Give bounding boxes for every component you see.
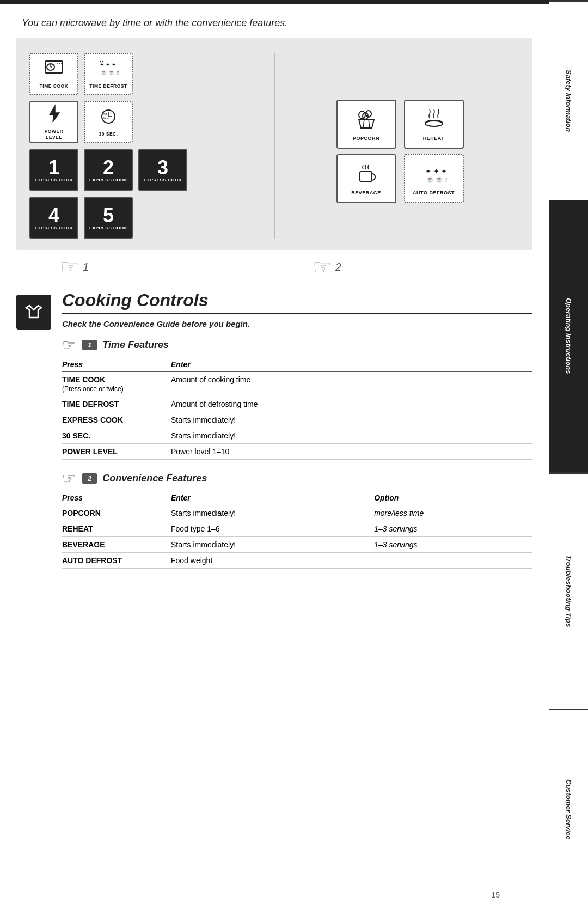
express-5-label: EXPRESS COOK [89,225,127,230]
table-row: REHEATFood type 1–61–3 servings [62,521,532,537]
express-cook-2-button[interactable]: 2 EXPRESS COOK [84,149,133,191]
popcorn-label: POPCORN [353,136,379,141]
intro-text: You can microwave by time or with the co… [22,17,527,29]
btn-row-1: TIME COOK ✦ ✦ ✦ ☕ ☕ ☕ TIME DEFROST [29,53,268,95]
sidebar-operating: Operating Instructions [549,200,588,472]
express-1-label: EXPRESS COOK [35,178,73,182]
time-defrost-button[interactable]: ✦ ✦ ✦ ☕ ☕ ☕ TIME DEFROST [84,53,133,95]
right-btn-row-2: BEVERAGE ✦ ✦ ✦ ☕ ☕ ☕ AUTO DEFROST [336,154,464,203]
time-cook-button[interactable]: TIME COOK [29,53,78,95]
svg-line-21 [369,119,370,128]
control-panel: TIME COOK ✦ ✦ ✦ ☕ ☕ ☕ TIME DEFROST [16,38,532,250]
tf-press-cell: EXPRESS COOK [62,412,171,428]
cooking-controls-section: Cooking Controls Check the Convenience G… [16,290,532,569]
convenience-features-header: ☞ 2 Convenience Features [62,469,532,487]
svg-point-9 [100,61,101,62]
sidebar: Safety Information Operating Instruction… [549,0,588,909]
btn-row-3: 1 EXPRESS COOK 2 EXPRESS COOK 3 EXPRESS … [29,149,268,191]
time-features-header: ☞ 1 Time Features [62,336,532,354]
tf-enter-cell: Amount of defrosting time [171,396,532,412]
panel-divider [274,53,275,239]
svg-line-20 [363,119,364,128]
cf-col-option: Option [374,491,532,505]
page-number: 15 [491,890,500,899]
tf-enter-cell: Starts immediately! [171,412,532,428]
tf-col-press: Press [62,357,171,372]
btn-row-4: 4 EXPRESS COOK 5 EXPRESS COOK [29,197,268,239]
express-cook-5-button[interactable]: 5 EXPRESS COOK [84,197,133,239]
cooking-icon [16,295,51,330]
express-cook-1-button[interactable]: 1 EXPRESS COOK [29,149,78,191]
convenience-features-num: 2 [82,473,97,484]
left-panel: TIME COOK ✦ ✦ ✦ ☕ ☕ ☕ TIME DEFROST [29,53,268,239]
table-row: TIME DEFROSTAmount of defrosting time [62,396,532,412]
svg-point-5 [59,63,60,64]
sec30-label: 30 SEC. [99,131,118,137]
tf-enter-cell: Amount of cooking time [171,372,532,396]
sidebar-customer: Customer Service [549,710,588,909]
table-row: EXPRESS COOKStarts immediately! [62,412,532,428]
svg-point-4 [57,63,58,64]
express-2-num: 2 [103,158,114,178]
finger-indicators: ☞ 1 ☞ 2 [16,254,532,279]
express-3-num: 3 [157,158,168,178]
cf-option-cell [374,553,532,569]
cf-enter-cell: Food type 1–6 [171,521,374,537]
finger-1-label: 1 [83,261,89,273]
table-row: TIME COOK(Press once or twice)Amount of … [62,372,532,396]
right-panel: POPCORN REHEAT [280,53,519,239]
table-row: BEVERAGEStarts immediately!1–3 servings [62,537,532,553]
cf-col-enter: Enter [171,491,374,505]
btn-row-2: POWERLEVEL 30 SEC. 30 SEC. [29,101,268,143]
popcorn-button[interactable]: POPCORN [336,100,396,149]
top-bar [0,0,549,4]
convenience-features-title: Convenience Features [102,473,207,484]
cf-press-cell: POPCORN [62,505,171,521]
time-defrost-icon: ✦ ✦ ✦ ☕ ☕ ☕ [97,59,119,82]
express-4-num: 4 [48,206,59,225]
sec30-button[interactable]: 30 SEC. 30 SEC. [84,101,133,143]
finger-1: ☞ 1 [16,254,280,279]
popcorn-icon [353,107,379,133]
cf-press-cell: REHEAT [62,521,171,537]
table-row: POPCORNStarts immediately!more/less time [62,505,532,521]
express-cook-3-button[interactable]: 3 EXPRESS COOK [138,149,187,191]
sec30-icon: 30 SEC. [97,107,119,130]
table-row: 30 SEC.Starts immediately! [62,428,532,444]
beverage-button[interactable]: BEVERAGE [336,154,396,203]
sidebar-safety: Safety Information [549,0,588,200]
reheat-button[interactable]: REHEAT [404,100,464,149]
beverage-label: BEVERAGE [351,190,381,196]
auto-defrost-button[interactable]: ✦ ✦ ✦ ☕ ☕ ☕ AUTO DEFROST [404,154,464,203]
time-features-title: Time Features [102,339,169,351]
express-cook-4-button[interactable]: 4 EXPRESS COOK [29,197,78,239]
svg-text:✦ ✦ ✦: ✦ ✦ ✦ [100,62,116,68]
cf-press-cell: BEVERAGE [62,537,171,553]
main-content: You can microwave by time or with the co… [0,0,549,909]
time-features-num: 1 [82,340,97,350]
time-defrost-label: TIME DEFROST [89,83,127,89]
auto-defrost-label: AUTO DEFROST [413,190,455,196]
cf-enter-cell: Starts immediately! [171,537,374,553]
cf-enter-cell: Food weight [171,553,374,569]
reheat-label: REHEAT [423,136,444,141]
svg-rect-23 [360,172,372,181]
svg-point-6 [61,63,62,64]
cf-option-cell: more/less time [374,505,532,521]
cooking-title-block: Cooking Controls Check the Convenience G… [62,290,532,569]
time-cook-label: TIME COOK [40,83,69,89]
svg-text:✦ ✦ ✦: ✦ ✦ ✦ [425,167,447,175]
svg-text:SEC.: SEC. [103,116,109,119]
svg-text:☕ ☕ ☕: ☕ ☕ ☕ [426,175,447,183]
tf-press-cell: 30 SEC. [62,428,171,444]
express-3-label: EXPRESS COOK [144,178,182,182]
cf-option-cell: 1–3 servings [374,521,532,537]
cf-enter-cell: Starts immediately! [171,505,374,521]
beverage-icon [353,162,379,188]
tf-press-cell: POWER LEVEL [62,444,171,460]
svg-point-17 [359,111,365,119]
finger-2-label: 2 [335,261,341,273]
table-row: POWER LEVELPower level 1–10 [62,444,532,460]
table-row: AUTO DEFROSTFood weight [62,553,532,569]
power-level-button[interactable]: POWERLEVEL [29,101,78,143]
